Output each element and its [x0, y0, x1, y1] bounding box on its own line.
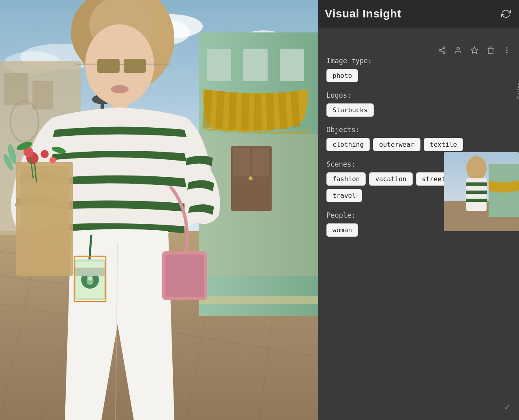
svg-point-82 [506, 47, 507, 48]
tag-textile[interactable]: textile [424, 138, 463, 151]
svg-point-72 [88, 276, 92, 281]
refresh-icon[interactable] [500, 7, 513, 20]
star-icon[interactable] [469, 45, 480, 56]
tag-clothing[interactable]: clothing [326, 138, 370, 151]
svg-line-27 [206, 90, 209, 128]
svg-rect-45 [97, 59, 120, 73]
panel-title: Visual Insight [325, 7, 401, 20]
svg-line-34 [294, 91, 297, 127]
tag-vacation[interactable]: vacation [369, 172, 412, 186]
svg-line-78 [441, 51, 443, 52]
svg-line-29 [232, 92, 233, 130]
gallery-tab: Galler [516, 83, 519, 100]
svg-rect-73 [74, 268, 106, 276]
main-container: Visual Insight [0, 0, 519, 420]
photo-image [0, 0, 318, 420]
side-panel: Visual Insight [318, 0, 519, 420]
svg-line-30 [245, 93, 245, 130]
svg-line-28 [219, 91, 221, 129]
panel-header: Visual Insight [318, 0, 519, 28]
panel-content: Image type: photo Logos: Starbucks Objec… [318, 49, 519, 245]
logos-tags: Starbucks [326, 103, 511, 117]
tag-outerwear[interactable]: outerwear [373, 138, 420, 151]
logos-label: Logos: [326, 91, 511, 99]
tag-travel[interactable]: travel [326, 189, 362, 202]
svg-rect-26 [280, 49, 304, 81]
svg-rect-89 [466, 182, 487, 186]
tag-photo[interactable]: photo [326, 69, 358, 82]
svg-rect-91 [466, 199, 487, 202]
image-area [0, 0, 318, 420]
svg-point-60 [49, 157, 56, 163]
thumbnail-preview [444, 152, 519, 231]
svg-point-76 [439, 49, 441, 51]
svg-marker-81 [471, 47, 478, 54]
svg-rect-90 [466, 191, 487, 194]
svg-rect-54 [165, 255, 204, 297]
tag-starbucks[interactable]: Starbucks [326, 103, 374, 117]
svg-point-87 [466, 156, 487, 180]
tag-woman[interactable]: woman [326, 223, 358, 237]
svg-rect-56 [20, 166, 69, 272]
image-type-section: Image type: photo [326, 57, 511, 82]
tag-fashion[interactable]: fashion [326, 172, 366, 186]
svg-point-59 [41, 150, 49, 158]
svg-point-77 [443, 51, 445, 54]
share-icon[interactable] [436, 45, 448, 56]
objects-tags: clothing outerwear textile [326, 138, 511, 151]
svg-point-50 [111, 85, 129, 93]
svg-point-84 [506, 52, 507, 53]
svg-point-80 [457, 47, 460, 50]
svg-point-75 [443, 47, 445, 49]
svg-line-32 [270, 93, 271, 130]
objects-label: Objects: [326, 126, 511, 134]
more-icon[interactable] [501, 45, 513, 56]
svg-rect-18 [4, 73, 28, 105]
svg-rect-19 [32, 81, 53, 109]
svg-line-79 [441, 48, 443, 49]
person-icon[interactable] [453, 45, 464, 56]
svg-rect-46 [124, 59, 146, 73]
trash-icon[interactable] [485, 45, 496, 56]
scenes-section: Scenes: fashion vacation street fashion … [326, 160, 511, 202]
svg-rect-24 [207, 49, 231, 81]
logos-section: Logos: Starbucks [326, 91, 511, 117]
toolbar-row [436, 45, 513, 56]
svg-point-83 [506, 50, 507, 51]
svg-line-31 [257, 94, 258, 131]
check-icon: ✓ [504, 402, 511, 412]
image-type-tags: photo [326, 69, 511, 82]
svg-rect-25 [243, 49, 268, 81]
svg-line-33 [282, 92, 284, 129]
svg-rect-40 [199, 296, 318, 304]
objects-section: Objects: clothing outerwear textile [326, 126, 511, 151]
image-type-label: Image type: [326, 57, 511, 65]
